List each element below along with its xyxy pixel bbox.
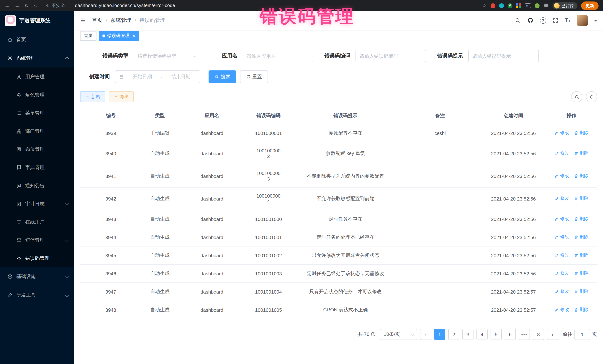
- breadcrumb-separator: /: [135, 17, 136, 23]
- edit-link[interactable]: 修改: [554, 270, 569, 277]
- edit-link[interactable]: 修改: [554, 196, 569, 202]
- sidebar-item-error-code[interactable]: 错误码管理: [0, 249, 74, 267]
- edit-link[interactable]: 修改: [554, 288, 569, 295]
- delete-link[interactable]: 删除: [574, 130, 589, 136]
- delete-link[interactable]: 删除: [574, 173, 589, 179]
- extension-icon-green-v[interactable]: V: [508, 3, 512, 8]
- pencil-icon: [554, 151, 559, 156]
- sidebar-item-sms[interactable]: 短信管理: [0, 231, 74, 249]
- page-button-3[interactable]: 3: [462, 329, 474, 340]
- delete-link[interactable]: 删除: [574, 150, 589, 157]
- edit-link[interactable]: 修改: [554, 130, 569, 136]
- extensions-puzzle-icon[interactable]: [543, 3, 549, 8]
- extension-icon-teal[interactable]: [499, 3, 504, 8]
- edit-link[interactable]: 修改: [554, 234, 569, 240]
- sidebar-item-notice[interactable]: 通知公告: [0, 176, 74, 195]
- sidebar-item-devtools[interactable]: 研发工具: [0, 286, 74, 304]
- home-icon[interactable]: ⌂: [34, 3, 37, 8]
- extension-icon-red[interactable]: [490, 3, 495, 8]
- delete-link[interactable]: 删除: [574, 288, 589, 295]
- reload-icon[interactable]: ↻: [24, 3, 29, 8]
- page-button-1[interactable]: 1: [434, 329, 445, 340]
- page-size-select[interactable]: 10条/页: [380, 329, 417, 340]
- extension-icon-on[interactable]: on: [524, 3, 531, 8]
- user-avatar[interactable]: [577, 15, 588, 26]
- user-icon: [16, 74, 22, 79]
- refresh-table-button[interactable]: [586, 91, 597, 102]
- sidebar-item-audit-log[interactable]: 审计日志: [0, 195, 74, 213]
- sidebar: 芋道管理系统 首页 系统管理 用户管理: [0, 11, 74, 364]
- sidebar-item-home[interactable]: 首页: [0, 30, 74, 49]
- tag-home[interactable]: 首页: [80, 31, 96, 41]
- delete-link[interactable]: 删除: [574, 270, 589, 277]
- search-icon[interactable]: [514, 17, 521, 23]
- breadcrumb-home[interactable]: 首页: [92, 17, 103, 24]
- hamburger-icon[interactable]: [80, 17, 86, 23]
- extension-icon-leaf[interactable]: [534, 3, 539, 8]
- monitor-icon: [16, 219, 22, 224]
- page-ellipsis-button[interactable]: •••: [519, 329, 530, 340]
- breadcrumb-system[interactable]: 系统管理: [111, 17, 131, 24]
- breadcrumb-current: 错误码管理: [139, 17, 165, 24]
- filter-app-label: 应用名: [200, 53, 237, 59]
- toggle-search-button[interactable]: [571, 91, 582, 102]
- edit-link[interactable]: 修改: [554, 216, 569, 222]
- tag-error-code[interactable]: 错误码管理 ×: [99, 31, 139, 41]
- edit-link[interactable]: 修改: [554, 307, 569, 313]
- date-range-picker[interactable]: 开始日期 - 结束日期: [115, 70, 200, 83]
- sidebar-item-posts[interactable]: 岗位管理: [0, 140, 74, 158]
- search-button[interactable]: 搜索: [209, 70, 236, 83]
- page-jump-input[interactable]: [574, 329, 590, 340]
- error-msg-input[interactable]: [472, 53, 535, 59]
- delete-link[interactable]: 删除: [574, 252, 589, 259]
- sidebar-item-departments[interactable]: 部门管理: [0, 122, 74, 140]
- sidebar-item-users[interactable]: 用户管理: [0, 67, 74, 86]
- font-size-icon[interactable]: TT: [565, 17, 570, 23]
- delete-link[interactable]: 删除: [574, 234, 589, 240]
- sidebar-item-system[interactable]: 系统管理: [0, 49, 74, 67]
- table-row: 3947 自动生成 dashboard 1001001004 只有开启状态的任务…: [80, 283, 597, 301]
- caret-down-icon[interactable]: [594, 20, 597, 23]
- table-row: 3941 自动生成 dashboard 100100000 3 不能删除类型为系…: [80, 165, 597, 187]
- forward-icon[interactable]: →: [14, 3, 20, 8]
- address-bar[interactable]: dashboard.yudao.iocoder.cn/system/error-…: [75, 3, 175, 8]
- page-button-6[interactable]: 6: [505, 329, 516, 340]
- sidebar-item-menus[interactable]: 菜单管理: [0, 104, 74, 122]
- export-button[interactable]: 导出: [109, 91, 134, 102]
- page-size-value: 10条/页: [384, 331, 400, 338]
- close-icon[interactable]: ×: [132, 33, 135, 38]
- error-code-input[interactable]: [359, 53, 422, 59]
- delete-link[interactable]: 删除: [574, 307, 589, 313]
- sidebar-item-infrastructure[interactable]: 基础设施: [0, 267, 74, 286]
- next-page-button[interactable]: ›: [547, 329, 558, 340]
- github-icon[interactable]: [527, 17, 533, 24]
- help-icon[interactable]: ?: [540, 17, 546, 23]
- reset-button[interactable]: 重置: [240, 70, 268, 83]
- bookmark-star-icon[interactable]: ☆: [482, 3, 487, 8]
- delete-link[interactable]: 删除: [574, 216, 589, 222]
- app-name-input[interactable]: [247, 53, 309, 59]
- browser-update-button[interactable]: 更新: [581, 1, 599, 10]
- profile-paused-badge[interactable]: 已暂停: [552, 2, 577, 9]
- edit-link[interactable]: 修改: [554, 173, 569, 179]
- error-type-select[interactable]: 请选择错误码类型: [134, 50, 200, 62]
- extension-icon-grid[interactable]: [516, 3, 521, 8]
- prev-page-button[interactable]: ‹: [420, 329, 431, 340]
- edit-link[interactable]: 修改: [554, 252, 569, 259]
- page-button-5[interactable]: 5: [491, 329, 502, 340]
- page-button-4[interactable]: 4: [476, 329, 487, 340]
- jump-label: 前往: [563, 331, 572, 338]
- edit-link[interactable]: 修改: [554, 150, 569, 157]
- add-button[interactable]: 新增: [80, 91, 105, 102]
- system-submenu: 用户管理 角色管理 菜单管理 部门管理: [0, 67, 74, 267]
- page-button-8[interactable]: 8: [533, 329, 544, 340]
- fullscreen-icon[interactable]: [552, 17, 558, 23]
- sidebar-item-online-users[interactable]: 在线用户: [0, 213, 74, 231]
- page-button-2[interactable]: 2: [448, 329, 459, 340]
- back-icon[interactable]: ←: [4, 3, 10, 8]
- sidebar-item-dict[interactable]: 字典管理: [0, 158, 74, 176]
- app-logo[interactable]: 芋道管理系统: [0, 11, 74, 30]
- sidebar-item-roles[interactable]: 角色管理: [0, 86, 74, 104]
- security-indicator[interactable]: ⚠ 不安全: [45, 2, 65, 9]
- delete-link[interactable]: 删除: [574, 196, 589, 202]
